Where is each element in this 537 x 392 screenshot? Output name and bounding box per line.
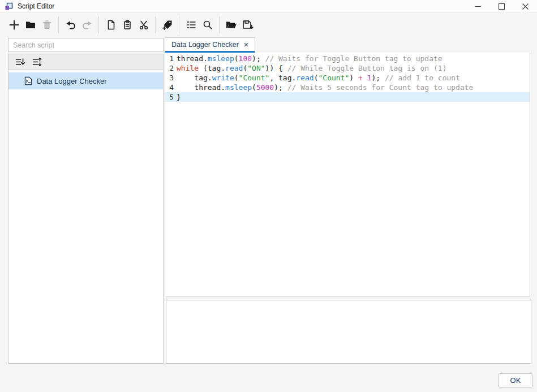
code-line[interactable]: 1thread.msleep(100); // Waits for Toggle…	[165, 54, 530, 63]
new-document-button[interactable]	[102, 16, 119, 33]
save-button[interactable]	[239, 16, 256, 33]
list-button[interactable]	[183, 16, 199, 33]
sidebar: Data Logger Checker	[8, 38, 164, 364]
redo-button[interactable]	[79, 16, 95, 33]
toolbar-separator	[58, 16, 59, 33]
tree-item-label: Data Logger Checker	[37, 77, 107, 85]
line-number: 3	[169, 73, 174, 83]
tab-close-icon[interactable]: ×	[244, 41, 248, 49]
sort-custom-order-icon[interactable]	[30, 55, 44, 68]
sort-descending-icon[interactable]	[13, 55, 27, 68]
tab-bar: Data Logger Checker ×	[165, 37, 530, 53]
search-input[interactable]	[8, 38, 164, 52]
toolbar-separator	[98, 16, 99, 33]
code-line[interactable]: 3 tag.write("Count", tag.read("Count") +…	[165, 73, 530, 83]
maximize-button[interactable]	[489, 0, 513, 12]
code-text: thread.msleep(100); // Waits for Toggle …	[177, 54, 530, 63]
line-number: 1	[169, 54, 174, 63]
folder-button[interactable]	[22, 16, 38, 33]
tree-item-data-logger-checker[interactable]: Data Logger Checker	[8, 72, 163, 89]
minimize-button[interactable]	[466, 0, 489, 12]
script-icon	[24, 76, 33, 85]
code-line[interactable]: 5}	[165, 92, 530, 102]
code-lines: 1thread.msleep(100); // Waits for Toggle…	[165, 54, 530, 102]
search-button[interactable]	[199, 16, 216, 33]
script-tree-panel: Data Logger Checker	[8, 54, 164, 364]
script-tree: Data Logger Checker	[8, 70, 163, 363]
line-number: 2	[169, 63, 174, 73]
window-title: Script Editor	[18, 2, 54, 10]
tab-data-logger-checker[interactable]: Data Logger Checker ×	[165, 37, 255, 53]
editor-area: Data Logger Checker × 1thread.msleep(100…	[165, 37, 530, 296]
tab-label: Data Logger Checker	[171, 41, 239, 49]
add-tag-button[interactable]	[159, 16, 175, 33]
line-number: 5	[169, 92, 174, 102]
code-editor[interactable]: 1thread.msleep(100); // Waits for Toggle…	[165, 53, 530, 296]
toolbar-separator	[219, 16, 220, 33]
code-text: tag.write("Count", tag.read("Count") + 1…	[177, 73, 530, 83]
undo-button[interactable]	[62, 16, 79, 33]
output-panel[interactable]	[166, 300, 531, 364]
ok-button[interactable]: OK	[499, 373, 532, 387]
code-line[interactable]: 4 thread.msleep(5000); // Waits 5 second…	[165, 83, 530, 92]
code-line[interactable]: 2while (tag.read("ON")) { // While Toggl…	[165, 63, 530, 73]
code-text: while (tag.read("ON")) { // While Toggle…	[177, 63, 530, 73]
toolbar-separator	[179, 16, 179, 33]
line-number: 4	[169, 83, 174, 92]
toolbar-separator	[155, 16, 156, 33]
add-button[interactable]	[6, 16, 22, 33]
code-text: }	[177, 92, 530, 102]
open-folder-button[interactable]	[223, 16, 239, 33]
window-controls	[466, 0, 537, 12]
toolbar	[0, 14, 537, 36]
cut-button[interactable]	[135, 16, 152, 33]
tree-toolbar	[8, 54, 163, 70]
paste-button[interactable]	[119, 16, 135, 33]
delete-button[interactable]	[38, 16, 55, 33]
code-text: thread.msleep(5000); // Waits 5 seconds …	[177, 83, 530, 92]
close-button[interactable]	[513, 0, 537, 12]
title-bar: Script Editor	[0, 0, 537, 13]
app-logo-icon	[5, 2, 13, 11]
